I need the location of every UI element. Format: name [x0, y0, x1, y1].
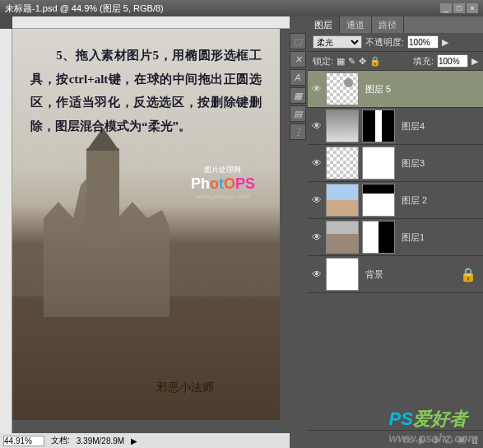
watermark-ps: PS [389, 408, 413, 429]
layer-row[interactable]: 👁图层 2 [308, 182, 483, 219]
lock-label: 锁定: [313, 55, 333, 68]
ruler-vertical [0, 29, 12, 433]
visibility-icon[interactable]: 👁 [309, 230, 324, 245]
visibility-icon[interactable]: 👁 [309, 82, 324, 96]
photops-logo: 图片处理网 PhotOPS www.photops.com [191, 165, 255, 200]
layer-thumb[interactable] [326, 184, 359, 217]
lock-all-icon[interactable]: 🔒 [369, 56, 381, 67]
layer-name: 背景 [365, 268, 383, 281]
layer-row[interactable]: 👁图层3 [308, 145, 483, 182]
panel-tabs: 图层 通道 路径 [308, 16, 483, 33]
layer-mask-thumb[interactable] [362, 147, 395, 180]
tool-strip: ⬚ ✕ A ▦ ▤ ⋮ [290, 16, 308, 448]
instruction-text: 5、拖入素材图片5，用椭圆形选框工具，按ctrl+alt键，在球的中间拖出正圆选… [30, 44, 262, 138]
tool-button-3[interactable]: A [290, 69, 306, 86]
layer-name: 图层1 [402, 231, 425, 244]
watermark-text: 爱好者 [413, 408, 467, 429]
blend-row: 柔光 不透明度: ▶ [308, 33, 483, 52]
main-area: 5、拖入素材图片5，用椭圆形选框工具，按ctrl+alt键，在球的中间拖出正圆选… [0, 16, 483, 448]
lock-icon: 🔒 [460, 267, 476, 282]
tab-channels[interactable]: 通道 [340, 16, 372, 33]
lock-move-icon[interactable]: ✥ [359, 56, 366, 67]
fill-label: 填充: [413, 55, 434, 68]
title-bar: 未标题-1.psd @ 44.9% (图层 5, RGB/8) _ □ × [0, 0, 483, 16]
logo-label: 图片处理网 [191, 165, 255, 175]
layer-row[interactable]: 👁图层1 [308, 219, 483, 256]
composite-image: 5、拖入素材图片5，用椭圆形选框工具，按ctrl+alt键，在球的中间拖出正圆选… [12, 29, 280, 420]
minimize-button[interactable]: _ [440, 3, 452, 13]
panels: 图层 通道 路径 柔光 不透明度: ▶ 锁定: ▦ ✎ ✥ 🔒 填充: ▶ 👁图… [308, 16, 483, 448]
doc-size: 3.39M/28.9M [77, 436, 124, 446]
visibility-icon[interactable]: 👁 [309, 156, 324, 170]
fill-arrow-icon[interactable]: ▶ [471, 56, 478, 67]
logo-url: www.photops.com [191, 193, 255, 200]
layer-name: 图层 5 [365, 83, 391, 96]
zoom-input[interactable] [3, 436, 44, 446]
layer-thumb[interactable] [326, 72, 359, 105]
ruler-horizontal [12, 16, 290, 29]
tool-button-5[interactable]: ▤ [290, 105, 306, 122]
artist-stamp: 邪恶小法师 [156, 380, 214, 395]
layer-name: 图层4 [402, 120, 425, 133]
lock-transparent-icon[interactable]: ▦ [337, 56, 345, 67]
document-title: 未标题-1.psd @ 44.9% (图层 5, RGB/8) [5, 2, 164, 15]
visibility-icon[interactable]: 👁 [309, 119, 324, 133]
logo-name: PhotOPS [191, 175, 255, 193]
layer-row[interactable]: 👁图层 5 [308, 71, 483, 108]
layer-mask-thumb[interactable] [362, 184, 395, 217]
layer-thumb[interactable] [326, 110, 359, 142]
fill-input[interactable] [437, 54, 468, 68]
visibility-icon[interactable]: 👁 [309, 193, 324, 208]
layer-thumb[interactable] [326, 258, 359, 291]
tool-button-1[interactable]: ⬚ [290, 33, 306, 49]
layer-row[interactable]: 👁背景🔒 [308, 256, 483, 293]
doc-label: 文档: [51, 435, 70, 446]
status-arrow-icon[interactable]: ▶ [131, 436, 137, 446]
canvas-area: 5、拖入素材图片5，用椭圆形选框工具，按ctrl+alt键，在球的中间拖出正圆选… [0, 16, 290, 448]
layer-mask-thumb[interactable] [362, 110, 395, 142]
close-button[interactable]: × [467, 3, 478, 13]
canvas[interactable]: 5、拖入素材图片5，用椭圆形选框工具，按ctrl+alt键，在球的中间拖出正圆选… [12, 29, 290, 433]
layer-mask-thumb[interactable] [362, 221, 395, 254]
layer-thumb[interactable] [326, 221, 359, 254]
layer-thumb[interactable] [326, 147, 359, 180]
layers-list: 👁图层 5👁图层4👁图层3👁图层 2👁图层1👁背景🔒 [308, 71, 483, 430]
blend-mode-select[interactable]: 柔光 [313, 35, 362, 49]
maximize-button[interactable]: □ [453, 3, 465, 13]
watermark-url: www.psahz.com [389, 432, 478, 445]
tool-button-4[interactable]: ▦ [290, 87, 306, 104]
opacity-arrow-icon[interactable]: ▶ [442, 37, 448, 48]
lock-paint-icon[interactable]: ✎ [348, 56, 355, 67]
tool-button-2[interactable]: ✕ [290, 51, 306, 68]
site-watermark: PS爱好者 www.psahz.com [389, 407, 478, 445]
opacity-input[interactable] [407, 35, 439, 49]
layer-name: 图层3 [402, 157, 425, 170]
tool-button-6[interactable]: ⋮ [290, 124, 306, 140]
tab-layers[interactable]: 图层 [308, 16, 340, 33]
layer-row[interactable]: 👁图层4 [308, 108, 483, 145]
status-bar: 文档: 3.39M/28.9M ▶ [0, 433, 290, 448]
tab-paths[interactable]: 路径 [372, 16, 404, 33]
lock-row: 锁定: ▦ ✎ ✥ 🔒 填充: ▶ [308, 52, 483, 71]
visibility-icon[interactable]: 👁 [309, 267, 324, 282]
window-controls: _ □ × [440, 3, 478, 13]
layer-name: 图层 2 [402, 194, 427, 207]
castle-tower [86, 148, 119, 247]
opacity-label: 不透明度: [365, 36, 404, 49]
